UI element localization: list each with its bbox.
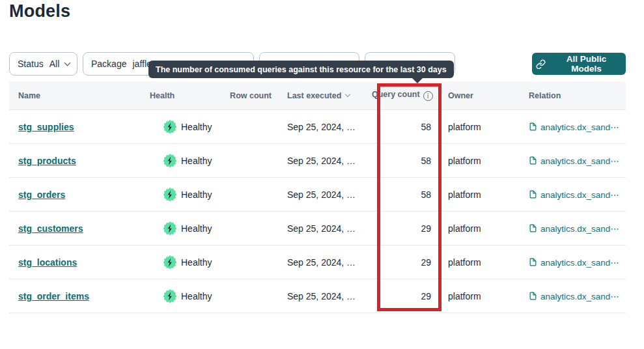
relation-text: analytics.dx_sand⋯ [540,223,619,234]
relation-link[interactable]: analytics.dx_sand⋯ [529,257,619,268]
relation-link[interactable]: analytics.dx_sand⋯ [529,189,619,200]
owner-value: platform [434,257,520,268]
health-icon [163,255,177,270]
sort-chevron-icon [345,92,350,97]
health-icon [163,154,177,168]
model-name-link[interactable]: stg_order_items [18,291,89,301]
query-count-value: 58 [372,122,434,132]
column-header-owner: Owner [434,91,520,100]
status-filter-label: Status [18,59,44,69]
table-row: stg_locations Healthy Sep 25, 2024, … 29… [9,245,626,279]
owner-value: platform [434,291,520,301]
table-row: stg_products Healthy Sep 25, 2024, … 58 … [9,144,626,178]
query-count-value: 58 [372,189,434,200]
last-executed-value: Sep 25, 2024, … [274,291,372,301]
last-executed-value: Sep 25, 2024, … [274,122,372,132]
health-status: Healthy [181,189,212,200]
health-icon [163,289,177,303]
relation-link[interactable]: analytics.dx_sand⋯ [529,122,619,132]
last-executed-label: Last executed [287,91,341,100]
model-name-link[interactable]: stg_customers [18,223,83,234]
last-executed-value: Sep 25, 2024, … [274,189,372,200]
file-icon [529,190,537,199]
column-header-last-executed[interactable]: Last executed [274,91,372,100]
relation-link[interactable]: analytics.dx_sand⋯ [529,156,619,166]
column-header-name: Name [9,91,150,100]
file-icon [529,258,537,266]
query-count-label: Query count [372,90,420,99]
status-filter[interactable]: Status All [9,52,77,76]
package-filter-label: Package [91,59,126,69]
all-public-models-button[interactable]: All Public Models [532,53,626,75]
owner-value: platform [434,122,520,132]
health-status: Healthy [181,257,212,268]
query-count-value: 29 [372,257,434,268]
page-title: Models [9,1,70,21]
relation-text: analytics.dx_sand⋯ [540,122,619,132]
column-header-row-count: Row count [227,91,274,100]
health-icon [163,188,177,202]
file-icon [529,156,537,165]
model-name-link[interactable]: stg_products [18,156,76,166]
query-count-tooltip: The number of consumed queries against t… [148,61,454,78]
chevron-down-icon [64,59,71,66]
file-icon [529,122,537,131]
model-name-link[interactable]: stg_orders [18,189,65,200]
health-icon [163,120,177,134]
file-icon [529,292,537,300]
table-row: stg_supplies Healthy Sep 25, 2024, … 58 … [9,110,626,144]
relation-text: analytics.dx_sand⋯ [540,156,619,166]
relation-text: analytics.dx_sand⋯ [540,189,619,200]
owner-value: platform [434,189,520,200]
tooltip-text: The number of consumed queries against t… [156,65,447,74]
model-name-link[interactable]: stg_locations [18,257,77,268]
table-header-row: Name Health Row count Last executed Quer… [9,81,626,110]
info-icon[interactable]: i [423,91,433,101]
relation-link[interactable]: analytics.dx_sand⋯ [529,223,619,234]
health-icon [163,221,177,236]
query-count-value: 29 [372,223,434,234]
model-name-link[interactable]: stg_supplies [18,122,74,132]
relation-text: analytics.dx_sand⋯ [540,257,619,268]
all-public-models-label: All Public Models [551,54,622,74]
health-status: Healthy [181,223,212,234]
link-icon [536,59,546,69]
query-count-value: 29 [372,291,434,301]
table-row: stg_order_items Healthy Sep 25, 2024, … … [9,279,626,313]
column-header-query-count: Query counti [372,90,434,101]
owner-value: platform [434,156,520,166]
owner-value: platform [434,223,520,234]
table-row: stg_customers Healthy Sep 25, 2024, … 29… [9,212,626,245]
status-filter-value: All [49,59,60,69]
relation-link[interactable]: analytics.dx_sand⋯ [529,291,619,301]
relation-text: analytics.dx_sand⋯ [540,291,619,301]
last-executed-value: Sep 25, 2024, … [274,156,372,166]
health-status: Healthy [181,156,212,166]
column-header-relation: Relation [520,91,626,100]
tooltip-arrow [412,77,423,83]
health-status: Healthy [181,291,212,301]
table-row: stg_orders Healthy Sep 25, 2024, … 58 pl… [9,178,626,212]
models-table: Name Health Row count Last executed Quer… [9,81,626,313]
last-executed-value: Sep 25, 2024, … [274,257,372,268]
last-executed-value: Sep 25, 2024, … [274,223,372,234]
file-icon [529,224,537,232]
column-header-health: Health [150,91,227,100]
health-status: Healthy [181,122,212,132]
query-count-value: 58 [372,156,434,166]
